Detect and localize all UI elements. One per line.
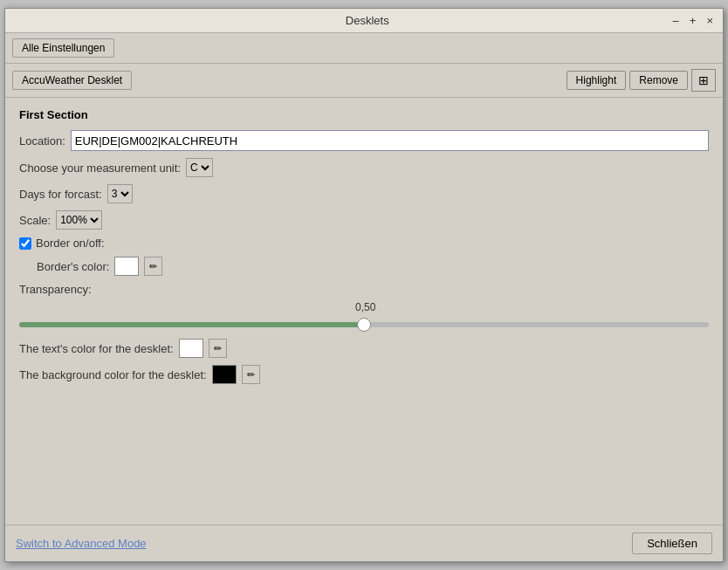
title-controls: – + × <box>670 14 716 27</box>
section-title: First Section <box>19 108 709 121</box>
text-eyedropper-button[interactable]: ✏ <box>209 339 227 358</box>
main-window: Desklets – + × Alle Einstellungen AccuWe… <box>4 8 724 562</box>
border-color-row: Border's color: ✏ <box>37 257 709 276</box>
monitor-icon-button[interactable]: ⊞ <box>691 69 716 92</box>
days-select[interactable]: 3 5 7 <box>107 184 133 203</box>
transparency-slider[interactable] <box>19 322 709 327</box>
top-toolbar: Alle Einstellungen <box>5 33 723 64</box>
main-content: First Section Location: Choose your meas… <box>5 98 723 525</box>
transparency-value: 0,50 <box>355 301 375 313</box>
eyedropper-icon-3: ✏ <box>247 369 255 381</box>
bg-eyedropper-button[interactable]: ✏ <box>242 365 260 384</box>
close-button[interactable]: × <box>704 14 716 27</box>
switch-mode-link[interactable]: Switch to Advanced Mode <box>16 537 147 550</box>
transparency-label: Transparency: <box>19 283 92 296</box>
scale-label: Scale: <box>19 214 51 227</box>
slider-container: 0,50 <box>19 299 709 330</box>
transparency-section: Transparency: 0,50 <box>19 283 709 330</box>
bg-color-label: The background color for the desklet: <box>19 368 207 381</box>
eyedropper-icon: ✏ <box>149 261 157 272</box>
scale-row: Scale: 100% 75% 125% <box>19 210 709 230</box>
text-color-row: The text's color for the desklet: ✏ <box>19 339 709 358</box>
border-label: Border on/off: <box>36 237 105 250</box>
close-schliessen-button[interactable]: Schließen <box>632 532 712 554</box>
scale-select[interactable]: 100% 75% 125% <box>56 210 102 230</box>
desklet-name-button[interactable]: AccuWeather Desklet <box>12 71 132 90</box>
maximize-button[interactable]: + <box>687 14 699 27</box>
border-eyedropper-button[interactable]: ✏ <box>144 257 162 276</box>
text-color-swatch[interactable] <box>179 339 203 358</box>
bottom-bar: Switch to Advanced Mode Schließen <box>5 525 723 561</box>
bg-color-swatch[interactable] <box>212 365 237 384</box>
measurement-row: Choose your measurement unit: C F <box>19 158 709 177</box>
alle-einstellungen-button[interactable]: Alle Einstellungen <box>12 38 114 58</box>
bg-color-row: The background color for the desklet: ✏ <box>19 365 709 384</box>
desklet-actions: Highlight Remove ⊞ <box>567 69 716 92</box>
text-color-label: The text's color for the desklet: <box>19 342 174 355</box>
highlight-button[interactable]: Highlight <box>567 71 627 90</box>
border-checkbox-row: Border on/off: <box>19 237 709 250</box>
location-input[interactable] <box>71 130 709 151</box>
location-label: Location: <box>19 134 65 148</box>
window-title: Desklets <box>65 14 670 27</box>
location-row: Location: <box>19 130 709 151</box>
desklet-bar: AccuWeather Desklet Highlight Remove ⊞ <box>5 64 723 98</box>
transparency-header: Transparency: <box>19 283 709 296</box>
days-row: Days for forcast: 3 5 7 <box>19 184 709 203</box>
measurement-label: Choose your measurement unit: <box>19 161 181 175</box>
title-bar: Desklets – + × <box>5 9 723 33</box>
monitor-icon: ⊞ <box>698 73 709 87</box>
border-color-label: Border's color: <box>37 260 109 273</box>
eyedropper-icon-2: ✏ <box>214 343 222 354</box>
measurement-select[interactable]: C F <box>186 158 213 177</box>
days-label: Days for forcast: <box>19 188 102 201</box>
minimize-button[interactable]: – <box>670 14 682 27</box>
remove-button[interactable]: Remove <box>629 71 688 90</box>
border-color-swatch[interactable] <box>114 257 139 276</box>
border-checkbox[interactable] <box>19 237 31 250</box>
